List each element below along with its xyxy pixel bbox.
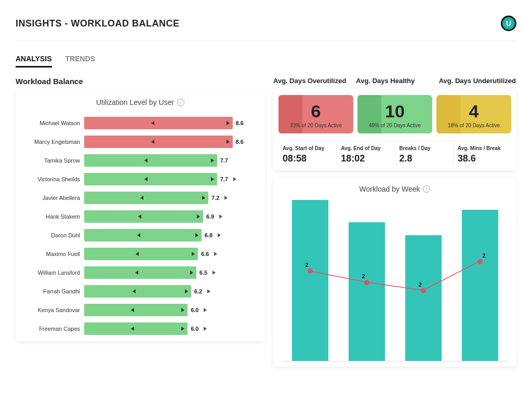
line-point[interactable]: [421, 288, 426, 293]
chevron-left-icon: [131, 327, 134, 331]
mini-stat: Avg. End of Day18:02: [337, 141, 395, 165]
avatar[interactable]: U: [501, 16, 516, 31]
bar-value: 6.0: [191, 326, 198, 332]
chevron-left-icon: [136, 252, 139, 256]
table-row: Victorina Sheilds7.7: [24, 170, 257, 188]
user-name: Javier Abellera: [24, 195, 84, 201]
line-point-label: 2: [305, 262, 308, 268]
stat-card-over[interactable]: 633% of 20 Days Active: [278, 95, 353, 133]
bar-track: 7.7: [84, 173, 257, 185]
tab-trends[interactable]: TRENDS: [65, 51, 96, 68]
chevron-right-icon[interactable]: [219, 214, 222, 219]
bar-track: 6.5: [84, 266, 257, 279]
bar-value: 7.7: [220, 157, 228, 164]
user-name: Marcy Engelsman: [24, 139, 84, 145]
user-name: Kenya Sandovar: [24, 307, 84, 313]
line-point-label: 2: [482, 252, 485, 259]
table-row: Farrah Gandhi6.2: [24, 282, 257, 301]
mini-stat: Breaks / Day2.8: [395, 141, 454, 165]
utilization-bar[interactable]: [84, 266, 196, 279]
bar-value: 6.2: [194, 288, 202, 294]
user-name: Daron Duhl: [24, 232, 84, 238]
workload-by-week-title: Workload by Week i: [282, 185, 508, 193]
chevron-right-icon: [227, 140, 230, 144]
chevron-right-icon[interactable]: [214, 252, 217, 256]
bar-track: 7.7: [84, 154, 257, 167]
bar-value: 8.6: [236, 139, 244, 145]
stat-subtext: 49% of 20 Days Active: [362, 123, 428, 128]
utilization-bar[interactable]: [84, 229, 202, 241]
bar-track: 6.9: [84, 210, 257, 223]
chevron-right-icon: [202, 196, 205, 200]
chevron-left-icon: [151, 121, 154, 125]
user-name: Hank Stakem: [24, 213, 84, 220]
chart-title-text: Utilization Level by User: [96, 98, 174, 106]
chevron-left-icon: [135, 271, 138, 275]
page-title: INSIGHTS - WORKLOAD BALANCE: [16, 18, 179, 29]
table-row: Marcy Engelsman8.6: [24, 132, 257, 151]
chevron-right-icon[interactable]: [212, 271, 216, 275]
mini-stat-value: 18:02: [341, 153, 390, 164]
chevron-right-icon: [181, 327, 184, 331]
table-row: Javier Abellera7.2: [24, 188, 257, 207]
chevron-right-icon[interactable]: [218, 233, 221, 237]
bar-value: 6.9: [206, 213, 214, 220]
stat-card-healthy[interactable]: 1049% of 20 Days Active: [357, 95, 432, 133]
chevron-right-icon[interactable]: [224, 196, 228, 200]
utilization-bar[interactable]: [84, 285, 191, 298]
info-icon[interactable]: i: [177, 99, 184, 106]
info-icon[interactable]: i: [423, 185, 430, 193]
utilization-bar[interactable]: [84, 210, 203, 223]
bar-value: 7.7: [220, 176, 228, 182]
header: INSIGHTS - WORKLOAD BALANCE U: [16, 16, 516, 41]
chevron-right-icon[interactable]: [204, 327, 207, 331]
stat-title-underutilized: Avg. Days Underutilized: [439, 77, 516, 85]
chevron-right-icon: [181, 308, 184, 312]
bar-value: 6.8: [205, 232, 212, 238]
line-point[interactable]: [477, 259, 483, 264]
chevron-right-icon: [211, 158, 214, 163]
chevron-right-icon: [190, 271, 193, 275]
chevron-right-icon[interactable]: [233, 177, 236, 181]
user-name: Michael Watson: [24, 120, 84, 126]
workload-by-week-panel: Workload by Week i 2222: [273, 178, 516, 367]
utilization-bar[interactable]: [84, 322, 188, 335]
table-row: Kenya Sandovar6.0: [24, 301, 257, 319]
table-row: William Lansford6.5: [24, 263, 257, 282]
line-point[interactable]: [308, 268, 313, 274]
bar-value: 7.2: [211, 195, 219, 201]
trend-line: [310, 261, 480, 290]
utilization-bar[interactable]: [84, 248, 198, 260]
user-name: Victorina Sheilds: [24, 176, 84, 182]
user-name: Maximo Fuell: [24, 251, 84, 257]
table-row: Tamika Sprow7.7: [24, 151, 257, 170]
bar-track: 6.0: [84, 304, 257, 316]
mini-stat-label: Avg. End of Day: [341, 145, 390, 151]
utilization-bar[interactable]: [84, 136, 233, 148]
tab-analysis[interactable]: ANALYSIS: [16, 51, 52, 68]
bar-track: 6.8: [84, 229, 257, 241]
table-row: Daron Duhl6.8: [24, 226, 257, 245]
chevron-right-icon[interactable]: [207, 289, 210, 293]
utilization-bar[interactable]: [84, 117, 233, 129]
utilization-bar[interactable]: [84, 173, 217, 185]
stat-subtext: 33% of 20 Days Active: [283, 123, 349, 128]
workload-by-week-chart: 2222: [282, 200, 508, 361]
bar-value: 6.0: [191, 307, 198, 313]
utilization-bar[interactable]: [84, 154, 217, 167]
utilization-bar[interactable]: [84, 304, 188, 316]
chevron-right-icon[interactable]: [204, 308, 207, 312]
workload-balance-title: Workload Balance: [16, 77, 265, 86]
week-chart-title-text: Workload by Week: [360, 185, 420, 193]
bar-value: 8.6: [236, 120, 244, 126]
utilization-bar[interactable]: [84, 192, 208, 204]
chevron-right-icon: [211, 177, 214, 181]
line-point[interactable]: [364, 280, 369, 285]
bar-value: 6.5: [200, 270, 207, 276]
user-name: Freeman Capes: [24, 326, 84, 332]
mini-stat-value: 08:58: [283, 153, 332, 164]
user-name: William Lansford: [24, 270, 84, 276]
stat-card-under[interactable]: 418% of 20 Days Active: [436, 95, 511, 133]
stat-title-overutilized: Avg. Days Overutilized: [273, 77, 351, 85]
bar-value: 6.6: [201, 251, 209, 257]
